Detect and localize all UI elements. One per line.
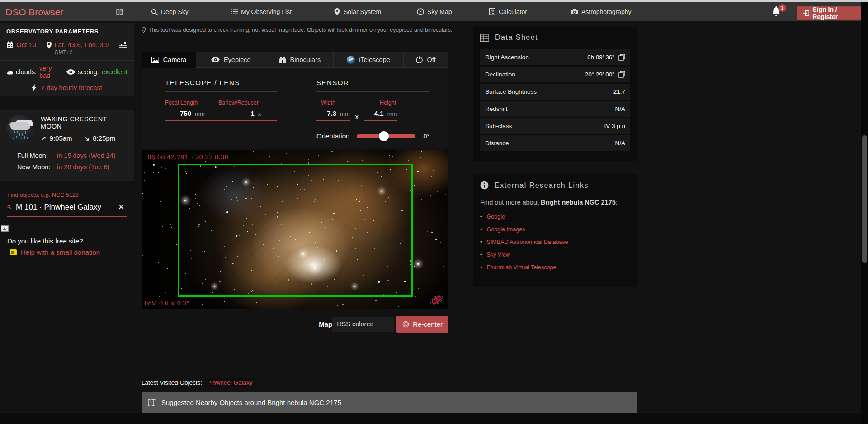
recenter-button[interactable]: Re-center xyxy=(396,316,448,333)
observatory-title: OBSERVATORY PARAMETERS xyxy=(6,28,127,35)
tab-off[interactable]: Off xyxy=(404,52,448,68)
clouds-value: very bad xyxy=(39,65,58,79)
observation-location[interactable]: Lat. 43.6, Lon. 3.9 GMT+2 xyxy=(46,41,109,56)
map-book-icon xyxy=(148,399,156,406)
info-icon xyxy=(480,181,489,190)
map-source-select[interactable]: DSS colored xyxy=(332,317,394,332)
research-links-title: External Research Links xyxy=(495,181,589,190)
seeing-value: excellent xyxy=(102,68,127,76)
brand-logo[interactable]: DSO Browser xyxy=(5,7,63,18)
lightning-icon xyxy=(32,84,37,91)
photo-icon xyxy=(151,57,159,63)
map-pin-icon xyxy=(46,42,52,49)
moon-panel: WAXING CRESCENT MOON ↗9:05am ↘8:25pm Ful… xyxy=(0,110,134,181)
research-link[interactable]: Sky View xyxy=(487,252,510,258)
search-input[interactable] xyxy=(16,203,116,212)
survey-logo-icon xyxy=(429,294,445,306)
fov-frame-overlay xyxy=(178,164,413,297)
telescope-section-title: TELESCOPE / LENS xyxy=(165,79,277,92)
barlow-input[interactable] xyxy=(205,110,255,117)
forecast-link[interactable]: 7-day hourly forecast xyxy=(6,84,127,91)
new-moon-row: New Moon: in 28 days (Tue 6) xyxy=(17,163,127,171)
donation-link[interactable]: Help with a small donation xyxy=(10,248,100,256)
research-link[interactable]: Google xyxy=(487,214,505,220)
data-sheet-panel: Data Sheet Right Ascension 6h 09' 36" De… xyxy=(473,27,637,161)
nav-calculator[interactable]: Calculator xyxy=(489,8,527,15)
sky-image-viewer[interactable]: 06 08 42.791 +20 27 8.30 FoV: 0.6 × 0.3° xyxy=(142,150,448,309)
donate-hand-icon xyxy=(10,249,17,255)
tab-eyepiece[interactable]: Eyepiece xyxy=(196,52,266,68)
notifications-bell[interactable]: 1 xyxy=(771,6,787,19)
itelescope-icon xyxy=(347,56,355,64)
scrollbar-thumb[interactable] xyxy=(862,135,867,263)
research-intro: Find out more about Bright nebula NGC 21… xyxy=(480,199,630,206)
table-row: Surface Brightness 21.7 xyxy=(480,84,630,100)
donation-question: Do you like this free site? xyxy=(7,237,83,245)
orientation-label: Orientation xyxy=(316,132,349,140)
list-item: •Fourmilab Virtual Telescope xyxy=(480,264,630,271)
data-sheet-title: Data Sheet xyxy=(495,33,538,42)
research-link[interactable]: Fourmilab Virtual Telescope xyxy=(487,264,557,271)
research-link[interactable]: Google Images xyxy=(487,226,525,233)
notification-badge: 1 xyxy=(778,4,786,12)
timezone-label: GMT+2 xyxy=(54,49,109,56)
search-icon xyxy=(151,9,158,15)
focal-length-label: Focal Length xyxy=(165,100,218,106)
map-controls: Map DSS colored Re-center xyxy=(142,315,448,333)
nav-my-observing-list[interactable]: My Observing List xyxy=(231,8,292,15)
tab-itelescope[interactable]: iTelescope xyxy=(334,52,404,68)
tab-camera[interactable]: Camera xyxy=(142,52,196,68)
bullet-icon: • xyxy=(480,251,482,258)
barlow-label: Barlow/Reducer xyxy=(218,100,259,106)
compass-icon xyxy=(417,8,424,15)
latest-visited-link[interactable]: Pinwheel Galaxy xyxy=(205,378,255,387)
map-label: Map xyxy=(319,320,332,328)
suggested-objects-header[interactable]: Suggested Nearby Objects around Bright n… xyxy=(142,392,637,413)
search-hint: Find objects, e.g. NGC 5128 xyxy=(7,192,127,198)
bullet-icon: • xyxy=(480,226,482,233)
navbar: DSO Browser Deep Sky My Observing List S… xyxy=(0,2,868,21)
orientation-slider[interactable] xyxy=(357,134,415,138)
observatory-parameters-panel: OBSERVATORY PARAMETERS Oct 10 Lat. 43.6,… xyxy=(0,23,134,96)
table-grid-icon xyxy=(480,34,489,42)
sensor-width-label: Width xyxy=(316,100,373,106)
clear-search-icon[interactable]: ✕ xyxy=(116,202,127,212)
sensor-section-title: SENSOR xyxy=(316,79,429,92)
clouds-status: clouds: very bad xyxy=(6,65,58,79)
settings-sliders-icon[interactable] xyxy=(119,41,127,49)
nav-deep-sky[interactable]: Deep Sky xyxy=(151,8,189,15)
lightbulb-icon xyxy=(142,27,146,33)
table-row: Sub-class IV 3 p n xyxy=(480,118,630,134)
list-item: •SIMBAD Astronomical Database xyxy=(480,238,630,245)
sensor-height-input[interactable] xyxy=(364,110,384,117)
moonset-icon: ↘ xyxy=(84,134,90,142)
sign-in-button[interactable]: Sign In / Register xyxy=(797,6,868,20)
research-link[interactable]: SIMBAD Astronomical Database xyxy=(487,239,568,245)
sign-in-icon xyxy=(803,10,809,16)
sensor-width-input[interactable] xyxy=(316,110,336,117)
weather-cloud-overlay xyxy=(10,122,30,130)
almanac-book-icon[interactable] xyxy=(116,8,123,16)
observation-date[interactable]: Oct 10 xyxy=(6,41,36,48)
weather-rain-overlay xyxy=(12,131,30,139)
focal-length-input[interactable] xyxy=(165,110,191,117)
copy-icon[interactable] xyxy=(618,71,625,78)
calendar-icon xyxy=(6,41,14,48)
list-item: •Google Images xyxy=(480,226,630,233)
orientation-value: 0° xyxy=(424,133,429,140)
list-item: •Google xyxy=(480,213,630,220)
nav-sky-map[interactable]: Sky Map xyxy=(417,8,452,15)
bullet-icon: • xyxy=(480,213,482,220)
power-icon xyxy=(416,56,423,63)
nav-astrophotography[interactable]: Astrophotography xyxy=(571,8,632,15)
framing-notice: This tool was designed to check framing,… xyxy=(142,25,458,34)
mode-tabs: Camera Eyepiece Binoculars iTelescope Of… xyxy=(142,52,448,68)
orientation-slider-thumb[interactable] xyxy=(379,131,389,141)
moon-phase-image xyxy=(6,115,34,143)
equipment-form: TELESCOPE / LENS Focal Length Barlow/Red… xyxy=(142,68,448,148)
copy-icon[interactable] xyxy=(618,54,625,61)
tab-binoculars[interactable]: Binoculars xyxy=(266,52,334,68)
new-moon-value: in 28 days (Tue 6) xyxy=(57,163,109,171)
vertical-scrollbar[interactable] xyxy=(861,2,868,424)
nav-solar-system[interactable]: Solar System xyxy=(334,8,381,15)
